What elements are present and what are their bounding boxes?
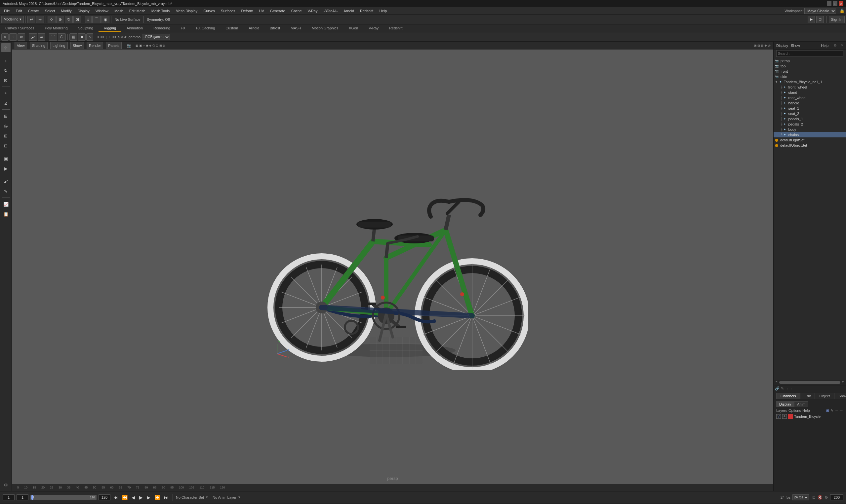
play-btn[interactable]: ▶: [138, 495, 144, 500]
render-btn[interactable]: ▶: [808, 16, 815, 23]
menu-3dtoall[interactable]: -3DtoAll-: [321, 8, 340, 14]
menu-edit[interactable]: Edit: [13, 8, 25, 14]
minimize-button[interactable]: —: [827, 1, 831, 6]
range-bar[interactable]: 1 120: [30, 495, 97, 500]
layer-p-btn[interactable]: P: [782, 414, 787, 419]
tab-sculpting[interactable]: Sculpting: [73, 25, 99, 32]
tab-rendering[interactable]: Rendering: [148, 25, 175, 32]
tab-curves-surfaces[interactable]: Curves / Surfaces: [0, 25, 39, 32]
layer-tab-display[interactable]: Display: [776, 401, 794, 407]
rotate-tool-btn[interactable]: ↻: [65, 16, 73, 23]
tool-snap-grid[interactable]: ⊞: [1, 131, 11, 140]
workspace-select[interactable]: Maya Classic: [804, 8, 836, 14]
outliner-scroll-thumb[interactable]: [779, 381, 840, 384]
anim-layer-dropdown[interactable]: ▾: [238, 495, 240, 499]
outliner-item-default-object-set[interactable]: ⬤ defaultObjectSet: [774, 143, 846, 148]
prev-keyframe-btn[interactable]: ⏪: [121, 495, 128, 500]
layer-opt-layers[interactable]: Layers: [776, 409, 787, 413]
snap-point-btn[interactable]: ◉: [102, 16, 109, 23]
tool-render-region[interactable]: ▣: [1, 154, 11, 163]
fps-select[interactable]: 24 fps: [792, 494, 809, 500]
timeline-audio-icon[interactable]: ⚙: [825, 495, 828, 500]
sign-in-btn[interactable]: Sign In: [829, 16, 845, 23]
help-btn[interactable]: Help: [821, 43, 828, 48]
playback-end-input[interactable]: [830, 494, 843, 500]
menu-surfaces[interactable]: Surfaces: [218, 8, 238, 14]
go-to-start-btn[interactable]: ⏮: [113, 495, 119, 500]
menu-display[interactable]: Display: [75, 8, 92, 14]
panel-close-icon[interactable]: ✕: [841, 43, 843, 47]
display-wireframe[interactable]: ▦: [69, 33, 77, 41]
undo-btn[interactable]: ↩: [28, 16, 35, 23]
outliner-item-rear-wheel[interactable]: ├ ✦ rear_wheel: [774, 95, 846, 101]
outliner-scroll-bar[interactable]: ◄ ►: [774, 380, 846, 385]
tool-select-mode[interactable]: ⊹: [1, 43, 11, 52]
close-button[interactable]: ✕: [839, 1, 843, 6]
tab-poly-modeling[interactable]: Poly Modeling: [39, 25, 73, 32]
cb-tab-object[interactable]: Object: [815, 393, 834, 399]
menu-modify[interactable]: Modify: [58, 8, 74, 14]
menu-mesh[interactable]: Mesh: [112, 8, 126, 14]
range-end-input[interactable]: [99, 494, 110, 500]
outliner-item-side[interactable]: 📷 side: [774, 74, 846, 79]
character-dropdown[interactable]: ▾: [206, 495, 208, 499]
display-tab[interactable]: Display: [776, 43, 788, 48]
outliner-item-pedals1[interactable]: ├ ✦ pedals_1: [774, 116, 846, 122]
tab-xgen[interactable]: XGen: [344, 25, 363, 32]
menu-select[interactable]: Select: [42, 8, 58, 14]
tool-snap-surface[interactable]: ⊡: [1, 141, 11, 150]
tool-cage[interactable]: ⬡: [58, 33, 66, 41]
next-frame-btn[interactable]: ▶: [146, 495, 151, 500]
cb-tab-edit[interactable]: Edit: [800, 393, 815, 399]
tool-ik[interactable]: ⊕: [18, 33, 25, 41]
tool-snap-point[interactable]: ◎: [1, 121, 11, 130]
tab-vray[interactable]: V-Ray: [363, 25, 384, 32]
outliner-scroll-left[interactable]: ◄: [775, 380, 778, 385]
tool-graph-editor[interactable]: 📈: [1, 199, 11, 209]
layer-icon-2[interactable]: ✎: [830, 409, 833, 413]
modeling-mode-dropdown[interactable]: Modeling ▾: [1, 16, 24, 23]
scale-tool-btn[interactable]: ⊠: [73, 16, 81, 23]
menu-window[interactable]: Window: [93, 8, 111, 14]
go-to-end-btn[interactable]: ⏭: [163, 495, 170, 500]
menu-deform[interactable]: Deform: [238, 8, 256, 14]
outliner-item-seat1[interactable]: ├ ✦ seat_1: [774, 106, 846, 111]
tool-scale[interactable]: ⊠: [1, 76, 11, 85]
redo-btn[interactable]: ↪: [36, 16, 44, 23]
outliner-item-seat2[interactable]: ├ ✦ seat_2: [774, 111, 846, 116]
snap-curve-btn[interactable]: ⌒: [92, 16, 101, 23]
tool-curve-mode[interactable]: ⌒: [49, 33, 57, 41]
tool-dope-sheet[interactable]: 📋: [1, 210, 11, 219]
tab-animation[interactable]: Animation: [121, 25, 148, 32]
tool-select[interactable]: ◈: [1, 33, 8, 41]
menu-create[interactable]: Create: [25, 8, 42, 14]
tab-redshift[interactable]: Redshift: [384, 25, 408, 32]
tab-fx-caching[interactable]: FX Caching: [191, 25, 220, 32]
tool-move[interactable]: ↕: [1, 56, 11, 65]
tab-custom[interactable]: Custom: [220, 25, 243, 32]
tool-smooth[interactable]: ≋: [38, 33, 45, 41]
menu-redshift[interactable]: Redshift: [357, 8, 376, 14]
prev-frame-btn[interactable]: ◀: [131, 495, 136, 500]
tab-arnold[interactable]: Arnold: [243, 25, 264, 32]
outliner-search-input[interactable]: [776, 50, 843, 57]
viewport-show-menu[interactable]: Show: [70, 42, 84, 49]
tab-bifrost[interactable]: Bifrost: [264, 25, 285, 32]
show-tab[interactable]: Show: [791, 43, 800, 48]
display-smooth[interactable]: ○: [86, 33, 93, 41]
tool-soft-modify[interactable]: ≈: [1, 89, 11, 98]
panel-settings-icon[interactable]: ⚙: [834, 43, 837, 47]
viewport-panels-menu[interactable]: Panels: [106, 42, 122, 49]
tool-snap-to-together[interactable]: ⊞: [1, 111, 11, 121]
tab-fx[interactable]: FX: [175, 25, 191, 32]
gamma-select[interactable]: sRGB gamma: [142, 34, 170, 40]
outliner-item-handle[interactable]: ├ ✦ handle: [774, 101, 846, 106]
layer-opt-help[interactable]: Help: [802, 409, 810, 413]
tab-mash[interactable]: MASH: [285, 25, 307, 32]
outliner-item-default-light-set[interactable]: ⬤ defaultLightSet: [774, 138, 846, 143]
outliner-item-pedals2[interactable]: ├ ✦ pedals_2: [774, 122, 846, 127]
tool-paint-weights[interactable]: 🖌: [29, 33, 37, 41]
select-tool-btn[interactable]: ⊹: [48, 16, 55, 23]
tool-show-manip[interactable]: ⊿: [1, 98, 11, 108]
menu-file[interactable]: File: [1, 8, 13, 14]
